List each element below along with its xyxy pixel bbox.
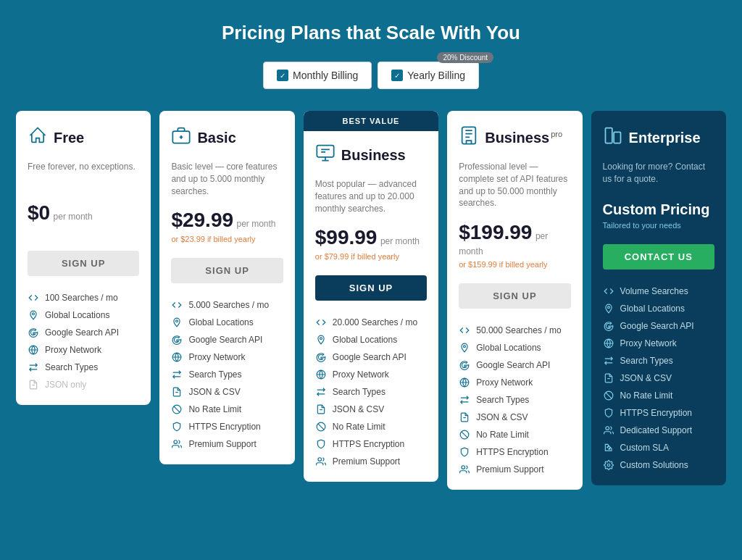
feature-label: JSON & CSV: [333, 404, 384, 414]
plan-name: Free: [54, 130, 84, 146]
feature-item: Premium Support: [459, 461, 570, 478]
monthly-billing-option[interactable]: ✓ Monthly Billing: [263, 62, 372, 89]
feature-label: JSON only: [45, 380, 86, 390]
svg-line-32: [605, 393, 611, 398]
price-amount: $0: [28, 201, 50, 224]
plan-icon: [28, 125, 48, 151]
feature-icon: [459, 429, 470, 440]
yearly-billing-option[interactable]: 20% Discount ✓ Yearly Billing: [378, 62, 479, 89]
feature-item: Premium Support: [171, 435, 283, 453]
price-per: per month: [236, 219, 275, 229]
feature-item: JSON & CSV: [603, 369, 714, 387]
feature-label: 50.000 Searches / mo: [476, 325, 561, 335]
feature-item: Search Types: [315, 383, 427, 401]
feature-item: 5.000 Searches / mo: [171, 296, 283, 314]
feature-item: Global Locations: [459, 339, 570, 356]
feature-icon: [171, 369, 183, 380]
feature-icon: [28, 379, 39, 390]
discount-badge: 20% Discount: [437, 52, 493, 63]
feature-item: Premium Support: [315, 453, 427, 470]
feature-list: 100 Searches / mo Global Locations Googl…: [28, 289, 139, 393]
yearly-check-icon: ✓: [391, 70, 403, 81]
feature-item: HTTPS Encryption: [459, 443, 570, 461]
plan-price: $99.99 per month: [315, 226, 427, 249]
monthly-check-icon: ✓: [277, 70, 288, 81]
feature-icon: [171, 299, 183, 311]
svg-point-0: [33, 313, 35, 315]
feature-icon: [171, 351, 183, 363]
plan-name: Business: [341, 147, 406, 164]
signup-button[interactable]: SIGN UP: [459, 283, 570, 309]
feature-label: Search Types: [188, 369, 241, 380]
feature-item: Global Locations: [171, 314, 283, 331]
svg-point-28: [607, 306, 609, 309]
feature-icon: [603, 355, 614, 367]
feature-icon: [171, 438, 183, 450]
feature-list: 5.000 Searches / mo Global Locations Goo…: [171, 296, 283, 453]
svg-line-10: [174, 406, 180, 412]
feature-label: HTTPS Encryption: [188, 422, 260, 432]
svg-point-34: [607, 464, 610, 467]
feature-label: No Rate Limit: [620, 390, 673, 401]
feature-list: 20.000 Searches / mo Global Locations Go…: [315, 314, 427, 470]
feature-label: HTTPS Encryption: [476, 447, 548, 457]
svg-rect-27: [614, 132, 620, 143]
feature-label: JSON & CSV: [188, 387, 240, 397]
page-title: Pricing Plans that Scale With You: [14, 22, 728, 44]
feature-item: Search Types: [171, 366, 283, 383]
feature-item: JSON & CSV: [171, 383, 283, 401]
feature-item: HTTPS Encryption: [171, 418, 283, 435]
price-per: per month: [54, 212, 93, 222]
feature-icon: [603, 285, 614, 297]
plan-price-yearly: [28, 227, 139, 239]
plan-desc: Free forever, no exceptions.: [28, 161, 139, 190]
feature-label: Volume Searches: [620, 286, 688, 296]
feature-icon: [459, 325, 470, 336]
feature-item: Global Locations: [28, 306, 139, 324]
feature-item: Search Types: [603, 352, 714, 369]
feature-item: Proxy Network: [28, 341, 139, 359]
feature-label: JSON & CSV: [620, 373, 672, 383]
feature-label: Custom SLA: [620, 443, 669, 453]
feature-item: HTTPS Encryption: [315, 435, 427, 453]
feature-label: Global Locations: [45, 310, 109, 320]
feature-item: 20.000 Searches / mo: [315, 314, 427, 331]
feature-icon: [315, 438, 327, 450]
signup-button[interactable]: CONTACT US: [603, 244, 714, 269]
feature-label: No Rate Limit: [333, 422, 385, 432]
feature-label: No Rate Limit: [476, 430, 529, 440]
svg-rect-26: [605, 128, 612, 143]
feature-icon: [603, 390, 614, 401]
plan-price: $29.99 per month: [171, 209, 283, 232]
feature-icon: [459, 411, 470, 423]
signup-button[interactable]: SIGN UP: [28, 251, 139, 276]
feature-list: 50.000 Searches / mo Global Locations Go…: [459, 322, 570, 478]
yearly-billing-label: Yearly Billing: [407, 70, 465, 81]
feature-label: HTTPS Encryption: [620, 408, 692, 418]
plan-desc: Most popular — advanced features and up …: [315, 178, 427, 214]
feature-item: Custom Solutions: [603, 456, 714, 474]
plan-header-row: Businesspro: [459, 125, 570, 155]
feature-item: HTTPS Encryption: [603, 404, 714, 422]
plan-name: Businesspro: [485, 130, 562, 146]
feature-label: Proxy Network: [476, 377, 533, 388]
feature-icon: [28, 362, 39, 373]
svg-rect-19: [462, 127, 476, 143]
plan-icon: [171, 125, 191, 151]
feature-icon: [315, 386, 327, 398]
plan-header-row: Enterprise: [603, 125, 714, 155]
feature-icon: [315, 369, 327, 380]
plan-card-business-pro: Businesspro Professional level — complet…: [447, 111, 582, 490]
feature-icon: [459, 377, 470, 388]
feature-icon: [459, 394, 470, 406]
feature-item: No Rate Limit: [459, 426, 570, 443]
signup-button[interactable]: SIGN UP: [171, 258, 283, 283]
feature-item: Search Types: [28, 359, 139, 376]
feature-label: Global Locations: [188, 317, 253, 327]
feature-label: 5.000 Searches / mo: [188, 300, 269, 310]
signup-button[interactable]: SIGN UP: [315, 275, 427, 301]
feature-label: Google Search API: [620, 321, 694, 331]
feature-label: Search Types: [45, 362, 98, 372]
price-amount: $99.99: [315, 226, 378, 248]
feature-label: JSON & CSV: [476, 412, 528, 422]
